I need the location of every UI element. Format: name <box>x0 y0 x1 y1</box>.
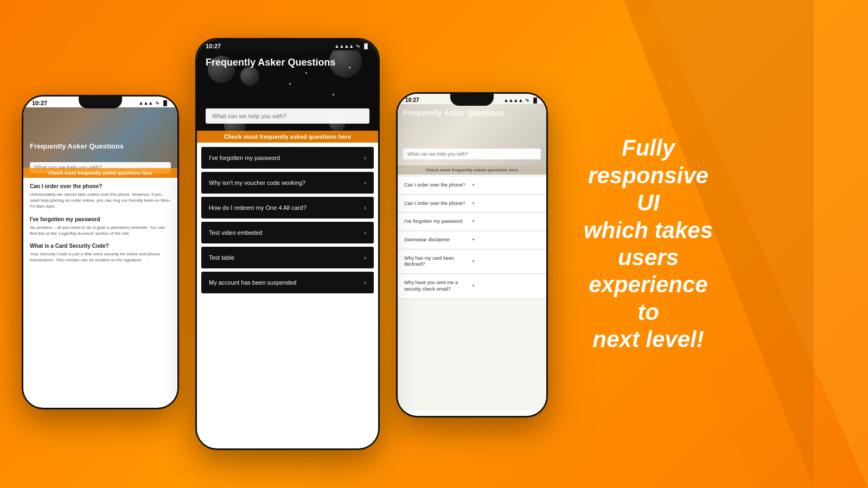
accordion-arrow-0: › <box>364 155 366 161</box>
hero-banner-right: Frequently Asker Questions Check most fr… <box>398 104 546 175</box>
accordion-label-2: How do I redeem my One 4 All card? <box>209 204 307 211</box>
tagline-line2: responsive UI <box>588 163 709 215</box>
page-layout: 10:27 ▲▲▲ ∿ ▐▌ Frequently Asker Question… <box>0 0 868 488</box>
faq-list-right: Can I order over the phone? + Can I orde… <box>398 175 546 301</box>
hero-title-left: Frequently Asker Questions <box>30 142 171 151</box>
wifi-icon-right: ∿ <box>525 98 529 103</box>
tagline-line6: next level! <box>592 326 704 352</box>
faq-item-left-1: I've forgotten my password No problem – … <box>30 216 171 236</box>
faq-question-right-2: I've forgotten my password <box>404 219 472 225</box>
accordion-arrow-1: › <box>364 179 366 186</box>
statusbar-icons-right: ▲▲▲▲ ∿ ▐▌ <box>504 98 539 103</box>
accordion-item-2[interactable]: How do I redeem my One 4 All card? › <box>201 197 374 219</box>
accordion-label-4: Test table <box>209 254 234 261</box>
faq-accordion-center: I've forgotten my password › Why isn't m… <box>197 143 378 298</box>
wifi-icon-center: ∿ <box>356 43 360 49</box>
faq-row-right-1[interactable]: Can I order over the phone? + <box>398 195 546 213</box>
accordion-item-5[interactable]: My account has been suspended › <box>201 272 374 293</box>
phone-notch-center <box>266 40 309 52</box>
plus-icon-right-0: + <box>472 182 540 189</box>
phone-left: 10:27 ▲▲▲ ∿ ▐▌ Frequently Asker Question… <box>22 95 179 409</box>
phone-notch-left <box>79 97 122 108</box>
plus-icon-right-5: + <box>472 283 540 290</box>
phone-left-content: Frequently Asker Questions Check most fr… <box>23 107 177 403</box>
phone-notch-right <box>450 94 494 106</box>
accordion-item-0[interactable]: I've forgotten my password › <box>201 147 374 169</box>
faq-question-left-2: What is a Card Security Code? <box>30 243 171 249</box>
faq-answer-left-0: Unfortunately we cannot take orders over… <box>30 191 171 210</box>
plus-icon-right-3: + <box>472 237 540 243</box>
accordion-arrow-2: › <box>364 204 366 211</box>
tagline-text: Fully responsive UI which takes users ex… <box>575 134 722 353</box>
faq-question-left-0: Can I order over the phone? <box>30 183 171 189</box>
accordion-label-1: Why isn't my voucher code working? <box>209 179 305 186</box>
accordion-item-1[interactable]: Why isn't my voucher code working? › <box>201 172 374 194</box>
accordion-item-3[interactable]: Test video embeded › <box>201 222 374 243</box>
tagline-line3: which takes <box>584 217 713 243</box>
faq-row-right-4[interactable]: Why has my card been declined? + <box>398 250 546 274</box>
battery-icon-right: ▐▌ <box>532 98 539 103</box>
plus-icon-right-2: + <box>472 219 540 225</box>
battery-icon-left: ▐▌ <box>162 100 169 106</box>
search-input-right[interactable] <box>403 149 541 159</box>
time-right: 10:27 <box>405 97 419 103</box>
sparkle-3 <box>289 83 291 85</box>
statusbar-icons-center: ▲▲▲▲ ∿ ▐▌ <box>335 43 369 49</box>
accordion-arrow-4: › <box>364 254 366 261</box>
ball-2 <box>240 67 259 86</box>
search-input-center[interactable] <box>206 108 369 124</box>
faq-question-right-5: Why have you sent me a security check em… <box>404 280 472 292</box>
center-hero-overlay: Check most frequently asked questions he… <box>197 131 378 143</box>
time-center: 10:27 <box>206 43 221 49</box>
sparkle-2 <box>305 72 307 74</box>
phone-center: 10:27 ▲▲▲▲ ∿ ▐▌ Fre <box>195 38 380 450</box>
signal-icon-left: ▲▲▲ <box>139 100 154 106</box>
hero-title-right: Frequently Asker Questions <box>403 108 541 117</box>
phone-right: 10:27 ▲▲▲▲ ∿ ▐▌ Frequently Asker Questio… <box>396 92 548 418</box>
faq-question-right-4: Why has my card been declined? <box>404 255 472 268</box>
tagline-line5: experience to <box>589 272 707 324</box>
faq-row-right-5[interactable]: Why have you sent me a security check em… <box>398 274 546 298</box>
faq-question-left-1: I've forgotten my password <box>30 216 171 222</box>
hero-search-right[interactable] <box>403 148 541 159</box>
statusbar-icons-left: ▲▲▲ ∿ ▐▌ <box>139 100 169 106</box>
hero-banner-center: Frequently Asker Questions Check most fr… <box>197 50 378 143</box>
faq-answer-left-2: Your Security Code is just a little extr… <box>30 251 171 263</box>
hero-banner-left: Frequently Asker Questions Check most fr… <box>23 107 177 178</box>
hero-overlay-left: Check most frequently asked questions he… <box>23 168 177 178</box>
accordion-arrow-5: › <box>364 279 366 286</box>
center-hero-search[interactable] <box>206 108 369 124</box>
plus-icon-right-1: + <box>472 201 540 207</box>
time-left: 10:27 <box>32 100 47 106</box>
battery-icon-center: ▐▌ <box>362 43 369 49</box>
accordion-label-0: I've forgotten my password <box>209 155 280 161</box>
faq-answer-left-1: No problem – all you need to do is grab … <box>30 224 171 236</box>
faq-item-left-2: What is a Card Security Code? Your Secur… <box>30 243 171 263</box>
signal-icon-center: ▲▲▲▲ <box>335 43 354 49</box>
faq-question-right-0: Can I order over the phone? <box>404 182 472 189</box>
faq-row-right-2[interactable]: I've forgotten my password + <box>398 213 546 231</box>
plus-icon-right-4: + <box>472 259 540 265</box>
sparkle-4 <box>333 94 334 95</box>
faq-question-right-1: Can I order over the phone? <box>404 201 472 207</box>
accordion-arrow-3: › <box>364 229 366 236</box>
accordion-label-5: My account has been suspended <box>209 279 296 286</box>
phone-center-content: Frequently Asker Questions Check most fr… <box>197 50 378 444</box>
center-hero-title: Frequently Asker Questions <box>206 57 369 69</box>
signal-icon-right: ▲▲▲▲ <box>504 98 524 103</box>
accordion-item-4[interactable]: Test table › <box>201 247 374 268</box>
tagline-line1: Fully <box>622 135 675 160</box>
wifi-icon-left: ∿ <box>155 100 159 106</box>
faq-row-right-3[interactable]: Swimwear disclaimer + <box>398 232 546 249</box>
faq-list-left: Can I order over the phone? Unfortunatel… <box>23 178 177 275</box>
accordion-label-3: Test video embeded <box>209 229 262 236</box>
tagline-line4: users <box>618 245 679 270</box>
faq-question-right-3: Swimwear disclaimer <box>404 237 472 243</box>
faq-row-right-0[interactable]: Can I order over the phone? + <box>398 177 546 195</box>
faq-item-left-0: Can I order over the phone? Unfortunatel… <box>30 183 171 210</box>
hero-overlay-right: Check most frequently asked questions he… <box>398 165 546 175</box>
phone-right-content: Frequently Asker Questions Check most fr… <box>398 104 546 411</box>
tagline-section: Fully responsive UI which takes users ex… <box>559 124 738 364</box>
